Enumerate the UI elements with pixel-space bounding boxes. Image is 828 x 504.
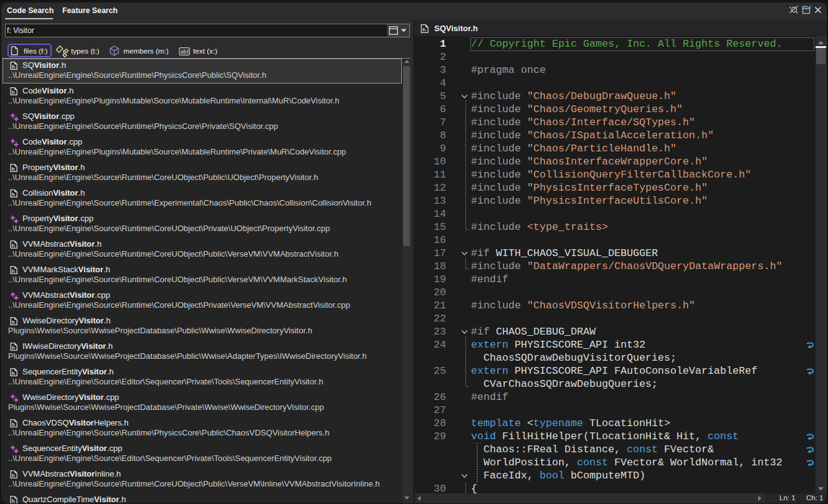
svg-text:ab: ab [181,49,187,55]
